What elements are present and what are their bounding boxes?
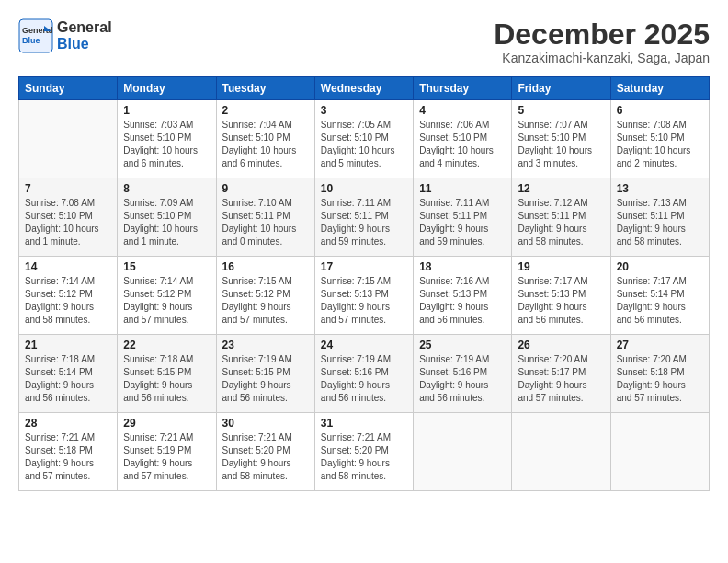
day-cell: 16Sunrise: 7:15 AMSunset: 5:12 PMDayligh… [216, 257, 314, 335]
day-cell: 27Sunrise: 7:20 AMSunset: 5:18 PMDayligh… [610, 335, 709, 413]
day-number: 6 [617, 104, 703, 117]
day-cell: 28Sunrise: 7:21 AMSunset: 5:18 PMDayligh… [19, 413, 118, 491]
day-cell: 30Sunrise: 7:21 AMSunset: 5:20 PMDayligh… [216, 413, 314, 491]
day-info: Sunrise: 7:20 AMSunset: 5:17 PMDaylight:… [518, 353, 604, 405]
day-cell: 11Sunrise: 7:11 AMSunset: 5:11 PMDayligh… [414, 178, 512, 257]
col-sunday: Sunday [19, 77, 118, 100]
day-number: 18 [419, 260, 506, 273]
col-saturday: Saturday [610, 77, 709, 100]
day-number: 11 [419, 182, 506, 195]
day-cell: 21Sunrise: 7:18 AMSunset: 5:14 PMDayligh… [19, 335, 118, 413]
day-number: 19 [518, 260, 604, 273]
day-info: Sunrise: 7:19 AMSunset: 5:15 PMDaylight:… [222, 353, 309, 405]
day-number: 30 [222, 417, 309, 430]
day-cell: 17Sunrise: 7:15 AMSunset: 5:13 PMDayligh… [314, 257, 413, 335]
day-info: Sunrise: 7:19 AMSunset: 5:16 PMDaylight:… [419, 353, 506, 405]
day-number: 21 [25, 339, 111, 351]
col-thursday: Thursday [414, 77, 512, 100]
day-cell: 7Sunrise: 7:08 AMSunset: 5:10 PMDaylight… [19, 178, 118, 257]
day-cell [610, 413, 709, 491]
day-cell: 14Sunrise: 7:14 AMSunset: 5:12 PMDayligh… [19, 257, 118, 335]
day-info: Sunrise: 7:16 AMSunset: 5:13 PMDaylight:… [419, 275, 506, 327]
day-cell: 5Sunrise: 7:07 AMSunset: 5:10 PMDaylight… [512, 100, 610, 178]
day-cell: 20Sunrise: 7:17 AMSunset: 5:14 PMDayligh… [610, 257, 709, 335]
day-info: Sunrise: 7:21 AMSunset: 5:20 PMDaylight:… [222, 431, 309, 483]
day-number: 27 [617, 339, 703, 351]
day-info: Sunrise: 7:03 AMSunset: 5:10 PMDaylight:… [123, 119, 210, 170]
day-cell: 15Sunrise: 7:14 AMSunset: 5:12 PMDayligh… [118, 257, 216, 335]
day-info: Sunrise: 7:21 AMSunset: 5:20 PMDaylight:… [321, 431, 407, 483]
day-cell: 18Sunrise: 7:16 AMSunset: 5:13 PMDayligh… [414, 257, 512, 335]
day-info: Sunrise: 7:11 AMSunset: 5:11 PMDaylight:… [321, 197, 407, 248]
day-number: 25 [419, 339, 506, 351]
day-number: 23 [222, 339, 309, 351]
day-info: Sunrise: 7:05 AMSunset: 5:10 PMDaylight:… [321, 119, 407, 170]
day-number: 26 [518, 339, 604, 351]
day-info: Sunrise: 7:18 AMSunset: 5:14 PMDaylight:… [25, 353, 111, 405]
day-number: 3 [321, 104, 407, 117]
day-info: Sunrise: 7:15 AMSunset: 5:13 PMDaylight:… [321, 275, 407, 327]
location-text: Kanzakimachi-kanzaki, Saga, Japan [494, 51, 710, 65]
day-number: 22 [123, 339, 210, 351]
col-monday: Monday [118, 77, 216, 100]
day-info: Sunrise: 7:19 AMSunset: 5:16 PMDaylight:… [321, 353, 407, 405]
day-info: Sunrise: 7:15 AMSunset: 5:12 PMDaylight:… [222, 275, 309, 327]
week-row-3: 14Sunrise: 7:14 AMSunset: 5:12 PMDayligh… [19, 257, 710, 335]
day-info: Sunrise: 7:17 AMSunset: 5:14 PMDaylight:… [617, 275, 703, 327]
day-cell: 13Sunrise: 7:13 AMSunset: 5:11 PMDayligh… [610, 178, 709, 257]
svg-text:Blue: Blue [22, 36, 40, 45]
day-number: 17 [321, 260, 407, 273]
day-info: Sunrise: 7:14 AMSunset: 5:12 PMDaylight:… [123, 275, 210, 327]
day-info: Sunrise: 7:13 AMSunset: 5:11 PMDaylight:… [617, 197, 703, 248]
day-info: Sunrise: 7:20 AMSunset: 5:18 PMDaylight:… [617, 353, 703, 405]
day-info: Sunrise: 7:06 AMSunset: 5:10 PMDaylight:… [419, 119, 506, 170]
month-title: December 2025 [494, 18, 710, 51]
week-row-5: 28Sunrise: 7:21 AMSunset: 5:18 PMDayligh… [19, 413, 710, 491]
page: General Blue General Blue December 2025 … [0, 0, 728, 563]
day-cell: 23Sunrise: 7:19 AMSunset: 5:15 PMDayligh… [216, 335, 314, 413]
day-info: Sunrise: 7:21 AMSunset: 5:18 PMDaylight:… [25, 431, 111, 483]
day-number: 20 [617, 260, 703, 273]
day-number: 24 [321, 339, 407, 351]
day-number: 8 [123, 182, 210, 195]
calendar-header-row: Sunday Monday Tuesday Wednesday Thursday… [19, 77, 710, 100]
col-friday: Friday [512, 77, 610, 100]
day-cell [512, 413, 610, 491]
day-cell: 31Sunrise: 7:21 AMSunset: 5:20 PMDayligh… [314, 413, 413, 491]
logo: General Blue General Blue [18, 18, 112, 53]
day-info: Sunrise: 7:17 AMSunset: 5:13 PMDaylight:… [518, 275, 604, 327]
day-cell: 2Sunrise: 7:04 AMSunset: 5:10 PMDaylight… [216, 100, 314, 178]
day-cell: 26Sunrise: 7:20 AMSunset: 5:17 PMDayligh… [512, 335, 610, 413]
day-cell [414, 413, 512, 491]
day-cell: 22Sunrise: 7:18 AMSunset: 5:15 PMDayligh… [118, 335, 216, 413]
col-wednesday: Wednesday [314, 77, 413, 100]
day-cell: 25Sunrise: 7:19 AMSunset: 5:16 PMDayligh… [414, 335, 512, 413]
day-cell: 9Sunrise: 7:10 AMSunset: 5:11 PMDaylight… [216, 178, 314, 257]
day-number: 4 [419, 104, 506, 117]
logo-blue-text: Blue [57, 36, 112, 52]
day-number: 14 [25, 260, 111, 273]
day-cell: 19Sunrise: 7:17 AMSunset: 5:13 PMDayligh… [512, 257, 610, 335]
day-number: 9 [222, 182, 309, 195]
day-info: Sunrise: 7:07 AMSunset: 5:10 PMDaylight:… [518, 119, 604, 170]
day-cell [19, 100, 118, 178]
day-info: Sunrise: 7:04 AMSunset: 5:10 PMDaylight:… [222, 119, 309, 170]
day-cell: 12Sunrise: 7:12 AMSunset: 5:11 PMDayligh… [512, 178, 610, 257]
logo-text: General Blue [57, 19, 112, 52]
day-info: Sunrise: 7:08 AMSunset: 5:10 PMDaylight:… [617, 119, 703, 170]
title-block: December 2025 Kanzakimachi-kanzaki, Saga… [494, 18, 710, 65]
day-cell: 24Sunrise: 7:19 AMSunset: 5:16 PMDayligh… [314, 335, 413, 413]
day-info: Sunrise: 7:09 AMSunset: 5:10 PMDaylight:… [123, 197, 210, 248]
day-number: 5 [518, 104, 604, 117]
day-info: Sunrise: 7:18 AMSunset: 5:15 PMDaylight:… [123, 353, 210, 405]
calendar-table: Sunday Monday Tuesday Wednesday Thursday… [18, 76, 710, 491]
day-number: 31 [321, 417, 407, 430]
day-info: Sunrise: 7:08 AMSunset: 5:10 PMDaylight:… [25, 197, 111, 248]
day-info: Sunrise: 7:11 AMSunset: 5:11 PMDaylight:… [419, 197, 506, 248]
day-info: Sunrise: 7:21 AMSunset: 5:19 PMDaylight:… [123, 431, 210, 483]
day-number: 12 [518, 182, 604, 195]
day-number: 15 [123, 260, 210, 273]
day-number: 13 [617, 182, 703, 195]
week-row-4: 21Sunrise: 7:18 AMSunset: 5:14 PMDayligh… [19, 335, 710, 413]
day-cell: 1Sunrise: 7:03 AMSunset: 5:10 PMDaylight… [118, 100, 216, 178]
